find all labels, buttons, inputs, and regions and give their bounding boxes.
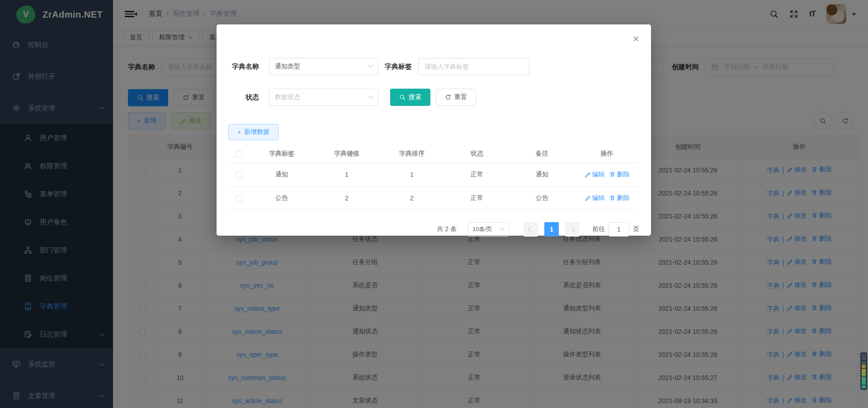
modal-dict-tag-input[interactable] — [418, 58, 529, 75]
goto-page-input[interactable] — [609, 222, 629, 237]
modal-row-checkbox[interactable] — [236, 171, 242, 178]
app-root: V ZrAdmin.NET 控制台外部打开系统管理用户管理权限管理菜单管理用户角… — [0, 0, 868, 408]
dict-data-table: 字典标签字典键值字典排序状态备注操作通知11正常通知编辑删除公告22正常公告编辑… — [228, 145, 639, 210]
modal-status-select[interactable]: 数据状态 — [269, 89, 378, 106]
modal-search-button[interactable]: 搜索 — [390, 89, 430, 106]
page-size-select[interactable]: 10条/页 — [467, 222, 509, 237]
scroll-minimap[interactable] — [860, 352, 867, 390]
plus-icon: + — [237, 128, 241, 136]
edit-icon — [585, 171, 590, 177]
edit-link[interactable]: 编辑 — [585, 194, 605, 202]
modal-status-label: 状态 — [228, 93, 259, 102]
page-number-button[interactable]: 1 — [544, 222, 559, 237]
chevron-right-icon — [570, 227, 575, 232]
modal-pagination: 共 2 条 10条/页 1 前往 页 — [228, 222, 639, 237]
prev-page-button[interactable] — [524, 222, 538, 237]
total-count: 共 2 条 — [437, 225, 457, 233]
modal-row-checkbox[interactable] — [236, 195, 242, 202]
modal-filter-row-1: 字典名称 通知类型 字典标签 — [228, 58, 639, 75]
edit-link[interactable]: 编辑 — [585, 171, 605, 179]
modal-table-header-row: 字典标签字典键值字典排序状态备注操作 — [228, 145, 639, 163]
next-page-button[interactable] — [565, 222, 580, 237]
modal-dict-name-select[interactable]: 通知类型 — [269, 58, 378, 75]
trash-icon — [609, 195, 615, 201]
modal-dict-tag-label: 字典标签 — [385, 62, 412, 71]
delete-link[interactable]: 删除 — [609, 171, 630, 179]
modal-filter-row-2: 状态 数据状态 搜索 重置 — [228, 89, 639, 106]
dict-data-modal: × 字典名称 通知类型 字典标签 状态 数据状态 搜索 重置 — [217, 24, 651, 236]
modal-table-row: 通知11正常通知编辑删除 — [228, 163, 639, 186]
modal-dict-name-label: 字典名称 — [228, 62, 259, 71]
edit-icon — [585, 195, 590, 201]
trash-icon — [609, 171, 615, 177]
chevron-left-icon — [528, 227, 533, 232]
modal-table-row: 公告22正常公告编辑删除 — [228, 186, 639, 210]
goto-label: 前往 — [592, 225, 605, 233]
add-data-button[interactable]: + 新增数据 — [228, 124, 278, 140]
delete-link[interactable]: 删除 — [609, 194, 630, 202]
modal-reset-button[interactable]: 重置 — [436, 89, 476, 106]
close-icon[interactable]: × — [633, 33, 639, 44]
chevron-down-icon — [368, 94, 373, 99]
page-unit-label: 页 — [633, 225, 639, 233]
chevron-down-icon — [500, 225, 505, 230]
modal-select-all-checkbox[interactable] — [236, 151, 242, 157]
chevron-down-icon — [368, 63, 373, 68]
